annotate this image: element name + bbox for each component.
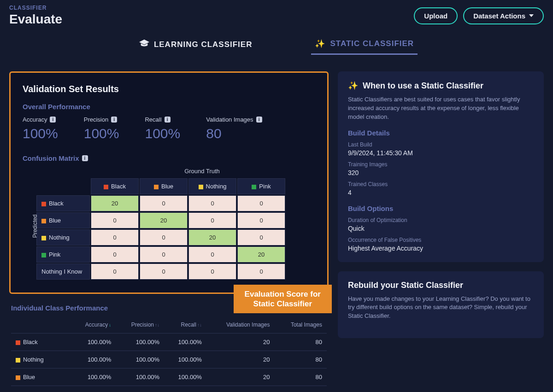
corner-cell	[36, 178, 90, 194]
info-icon[interactable]: i	[256, 117, 262, 123]
header-right: Upload Dataset Actions	[414, 7, 544, 24]
metric-precision-value: 100%	[84, 126, 119, 141]
cm-cell: 0	[188, 246, 236, 263]
info-icon[interactable]: i	[82, 155, 88, 161]
metric-accuracy-label: Accuracy i	[23, 116, 58, 123]
col-label: Total Images	[291, 322, 322, 328]
icp-col-valimg[interactable]: Validation Images	[206, 316, 275, 333]
swatch-icon	[154, 185, 159, 189]
row-label: Nothing I Know	[41, 268, 82, 275]
icp-col-total[interactable]: Total Images	[274, 316, 326, 333]
training-images-value: 320	[348, 169, 534, 176]
row-nothing: Nothing	[36, 229, 90, 246]
cm-cell: 0	[91, 229, 139, 246]
info-icon[interactable]: i	[111, 117, 117, 123]
metric-accuracy: Accuracy i 100%	[23, 116, 58, 141]
precision-label-text: Precision	[84, 116, 108, 123]
icp-val: 20	[206, 351, 275, 369]
row-black: Black	[36, 195, 90, 211]
icp-table: Accuracy↓ Precision↑↓ Recall↑↓ Validatio…	[11, 316, 327, 392]
main-content: Validation Set Results Overall Performan…	[0, 58, 553, 392]
icp-acc: 100.00%	[71, 333, 116, 351]
info-icon[interactable]: i	[50, 117, 56, 123]
icp-rec: 100.00%	[164, 333, 206, 351]
dataset-actions-label: Dataset Actions	[473, 12, 525, 20]
icp-col-precision[interactable]: Precision↑↓	[116, 316, 164, 333]
cm-cell: 0	[140, 195, 188, 211]
row-blue: Blue	[36, 212, 90, 228]
row-label: Pink	[49, 251, 60, 258]
chevron-down-icon	[529, 14, 534, 17]
confusion-matrix-heading: Confusion Matrix i	[23, 154, 315, 162]
validation-results-title: Validation Set Results	[23, 84, 315, 94]
col-label: Recall	[181, 322, 196, 328]
col-blue: Blue	[140, 178, 188, 194]
col-label: Blue	[161, 183, 173, 190]
when-to-use-title: ✨ When to use a Static Classifier	[348, 81, 534, 91]
swatch-icon	[41, 219, 46, 223]
upload-button-label: Upload	[424, 12, 447, 20]
icp-row-name: Nothing	[11, 351, 71, 369]
row-label: Blue	[49, 217, 61, 224]
table-row: Nothing 0 0 20 0	[36, 229, 285, 246]
rebuild-card: Rebuild your Static Classifier Have you …	[338, 271, 544, 339]
icp-name-text: Black	[23, 339, 38, 345]
icp-acc: 100.00%	[71, 386, 116, 392]
cm-cell: 20	[140, 212, 188, 228]
false-positives-label: Occurrence of False Positives	[348, 237, 534, 243]
right-column: ✨ When to use a Static Classifier Static…	[338, 71, 544, 392]
metric-recall: Recall i 100%	[145, 116, 180, 141]
build-options-heading: Build Options	[348, 205, 534, 212]
validation-results-panel: Validation Set Results Overall Performan…	[9, 71, 329, 294]
rebuild-title: Rebuild your Static Classifier	[348, 281, 534, 290]
overall-performance-heading: Overall Performance	[23, 103, 315, 111]
row-pink: Pink	[36, 246, 90, 263]
cm-cell: 0	[237, 212, 285, 228]
cm-cell: 0	[237, 263, 285, 280]
swatch-icon	[199, 185, 203, 189]
duration-label: Duration of Optimization	[348, 217, 534, 223]
confusion-label-text: Confusion Matrix	[23, 154, 79, 162]
cm-cell: 0	[237, 195, 285, 211]
tab-static-classifier[interactable]: ✨ STATIC CLASSIFIER	[311, 35, 418, 55]
false-positives-value: Highest Average Accuracy	[348, 245, 534, 252]
cm-cell: 0	[237, 229, 285, 246]
cm-cell: 0	[91, 263, 139, 280]
info-icon[interactable]: i	[165, 117, 171, 123]
trained-classes-value: 4	[348, 189, 534, 196]
icp-rec: 100.00%	[164, 386, 206, 392]
confusion-matrix-table: Black Blue Nothing Pink Black 20 0 0 0 B…	[35, 177, 286, 281]
when-title-text: When to use a Static Classifier	[363, 81, 483, 91]
icp-val: 20	[206, 369, 275, 386]
classifier-tabs: LEARNING CLASSIFIER ✨ STATIC CLASSIFIER	[0, 35, 553, 58]
tab-learning-classifier[interactable]: LEARNING CLASSIFIER	[135, 35, 256, 55]
callout-line2: Static Classifier	[245, 299, 321, 309]
table-row: Pink 0 0 0 20	[36, 246, 285, 263]
col-label: Nothing	[206, 183, 227, 190]
swatch-icon	[16, 340, 20, 345]
icp-col-accuracy[interactable]: Accuracy↓	[71, 316, 116, 333]
icp-prec: 100.00%	[116, 351, 164, 369]
build-details-heading: Build Details	[348, 129, 534, 137]
tab-learning-label: LEARNING CLASSIFIER	[154, 40, 253, 49]
icp-row: Blue 100.00% 100.00% 100.00% 20 80	[11, 369, 327, 386]
dataset-actions-button[interactable]: Dataset Actions	[463, 7, 544, 24]
metric-recall-value: 100%	[145, 126, 180, 141]
swatch-icon	[16, 375, 20, 380]
sort-arrow-icon: ↑↓	[155, 322, 159, 328]
sort-arrow-icon: ↑↓	[197, 322, 202, 328]
swatch-icon	[41, 202, 46, 206]
header-left: CLASSIFIER Evaluate	[9, 5, 62, 27]
icp-col-recall[interactable]: Recall↑↓	[164, 316, 206, 333]
page-title: Evaluate	[9, 12, 62, 27]
col-label: Pink	[259, 183, 271, 190]
callout-line1: Evaluation Score for	[245, 289, 321, 299]
cm-cell: 0	[188, 212, 236, 228]
upload-button[interactable]: Upload	[414, 7, 458, 24]
metric-valimg-label: Validation Images i	[206, 116, 262, 123]
icp-tot: 80	[274, 333, 326, 351]
swatch-icon	[16, 358, 20, 363]
cm-cell: 0	[188, 195, 236, 211]
swatch-icon	[41, 236, 46, 240]
col-label: Precision	[131, 322, 154, 328]
